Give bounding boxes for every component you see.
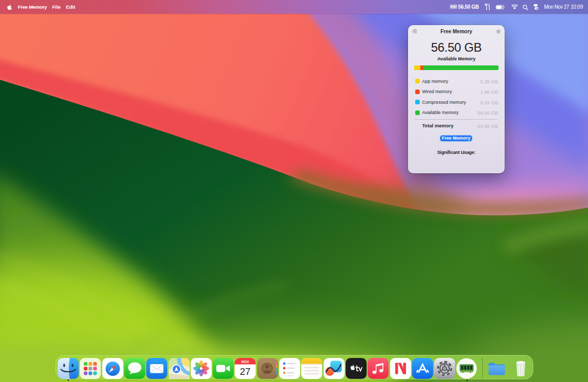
svg-text:NOV: NOV [241, 360, 250, 364]
svg-text:27: 27 [240, 366, 251, 377]
